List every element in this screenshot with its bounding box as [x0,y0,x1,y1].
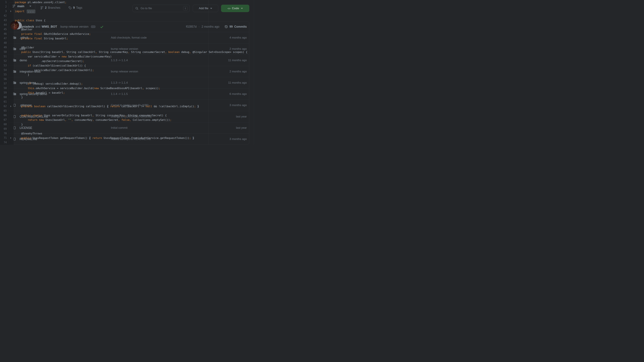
line-number[interactable]: 66 [0,113,7,118]
fold-arrow-icon[interactable]: › [10,9,12,13]
code-token: (debug) serviceBuilder.debug() [31,82,81,85]
code-token: UsosRequestToken.from(oAuthService.getRe… [102,136,189,140]
line-number[interactable]: 47 [0,36,7,41]
code-token: .oAuthService = serviceBuilder.build( [34,87,94,90]
line-number[interactable]: 61 [0,99,7,104]
code-line-content: import ... [15,9,36,13]
code-line-content: public Usos(String baseUrl, String callb… [15,50,248,54]
code-token: private [21,105,32,108]
code-token: .baseUrl = baseUrl [34,91,63,94]
line-number[interactable]: 70 [0,131,7,136]
code-token: ; [65,1,66,4]
code-token [167,50,168,54]
code-token: if [28,64,31,67]
code-line: 70 @SneakyThrows [0,131,258,136]
code-token: @Getter [15,28,32,31]
code-token [108,105,110,108]
code-line-content: package pl.wmsdev.usos4j.client; [15,0,66,4]
code-line-content: @Builder [15,45,34,50]
code-token: private [21,37,32,40]
code-token: (callbackUrlGiven(callbackUrl)) { [31,64,86,67]
code-line: 2 [0,4,258,9]
code-token: @Singular Set<UsosScope> scopes) { [191,50,248,54]
code-token: Usos { [34,19,46,22]
code-line-content: if (debug) serviceBuilder.debug(); [15,81,83,86]
code-token: , [142,87,144,90]
line-number[interactable]: 44 [0,23,7,27]
line-number[interactable]: 52 [0,59,7,63]
code-line: 67 return new Usos(baseUrl, "", consumer… [0,118,258,122]
code-token: @Builder [15,46,34,49]
code-token: @SneakyThrows [15,132,42,135]
line-number[interactable]: 49 [0,45,7,50]
line-number[interactable]: 56 [0,77,7,81]
code-line: 51 var serviceBuilder = new ServiceBuild… [0,54,258,59]
fold-arrow-icon[interactable]: › [10,104,12,108]
code-token: { [89,136,91,140]
folded-code-badge[interactable]: ... [27,9,36,13]
line-number[interactable]: 58 [0,86,7,90]
line-number[interactable]: 68 [0,122,7,127]
code-line-content: public static Usos serverOnly(String bas… [15,113,167,118]
code-line: 47 private final String baseUrl; [0,36,258,41]
line-number[interactable]: 45 [0,27,7,32]
line-number[interactable]: 46 [0,32,7,36]
code-token: Usos serverOnly(String baseUrl [42,114,92,117]
code-lines: 1package pl.wmsdev.usos4j.client;23›impo… [0,0,258,145]
line-number[interactable]: 74 [0,140,7,145]
code-token: ScribeBasedUsosAPI(baseUrl [99,87,142,90]
line-number[interactable]: 60 [0,95,7,99]
code-token: null [146,105,152,108]
line-number[interactable]: 54 [0,68,7,72]
line-number[interactable]: 43 [0,18,7,23]
code-token [91,136,92,140]
code-token: return [92,136,102,140]
line-number[interactable]: 67 [0,118,7,122]
code-line: 62› private boolean callbackUrlGiven(Str… [0,104,258,109]
line-number[interactable]: 55 [0,72,7,77]
code-line-content: this.baseUrl = baseUrl; [15,90,65,95]
code-token: Usos(baseUrl [44,118,65,121]
line-number[interactable]: 65 [0,109,7,113]
code-token: final [34,32,42,35]
line-number[interactable]: 48 [0,41,7,45]
code-token: } [198,105,199,108]
code-token [191,136,192,140]
code-line-content: @Getter [15,27,32,32]
code-token [66,118,68,121]
line-number[interactable]: 69 [0,127,7,131]
line-number[interactable]: 3 [0,9,7,13]
code-token: consumerKey [73,118,92,121]
line-number[interactable]: 2 [0,4,7,9]
code-line-content: public UsosRequestToken getRequestToken(… [15,136,194,140]
line-number[interactable]: 42 [0,13,7,18]
code-line: 60 } [0,95,258,99]
code-token: String consumerKey [97,50,128,54]
code-token: pl.wmsdev.usos4j.client [26,1,65,4]
line-number[interactable]: 51 [0,54,7,59]
line-number[interactable]: 1 [0,0,7,4]
line-number[interactable]: 71 [0,136,7,140]
fold-arrow-icon[interactable]: › [10,136,12,140]
line-number[interactable]: 50 [0,50,7,54]
code-line: 45 @Getter [0,27,258,32]
code-token: boolean [34,105,46,108]
code-token: return [28,118,38,121]
code-line: 3›import ... [0,9,258,13]
line-number[interactable]: 53 [0,63,7,68]
code-editor-layer: 1package pl.wmsdev.usos4j.client;23›impo… [0,0,258,145]
code-line-content: private final String baseUrl; [15,36,68,41]
code-token: class [26,19,34,22]
code-line: 55 } [0,72,258,77]
code-token: new [62,55,66,58]
line-number[interactable]: 62 [0,104,7,109]
line-number[interactable]: 57 [0,81,7,86]
code-token: , [128,50,130,54]
code-line-content: var serviceBuilder = new ServiceBuilder(… [15,54,112,59]
code-token: , [96,50,97,54]
line-number[interactable]: 59 [0,90,7,95]
code-token: debug [180,50,190,54]
code-token: UsosRequestToken getRequestToken() [31,136,89,140]
code-line-content: if (callbackUrlGiven(callbackUrl)) { [15,63,86,68]
code-token: if [28,82,31,85]
